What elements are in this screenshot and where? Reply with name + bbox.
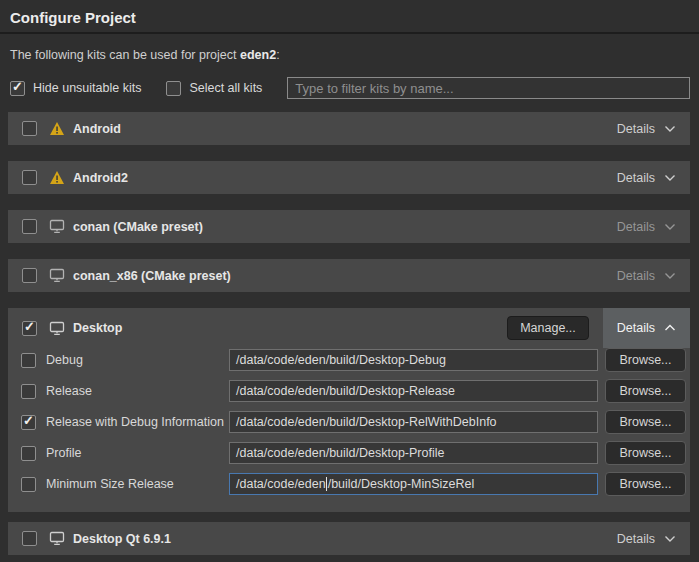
- details-label: Details: [617, 171, 655, 185]
- kit-name: Android2: [73, 171, 128, 185]
- browse-button[interactable]: Browse...: [605, 348, 686, 372]
- build-config-row-debug: Debug /data/code/eden/build/Desktop-Debu…: [8, 348, 686, 372]
- build-config-row-relwithdebinfo: Release with Debug Information /data/cod…: [8, 410, 686, 434]
- subtitle-colon: :: [276, 48, 279, 62]
- configure-project-page: Configure Project The following kits can…: [0, 0, 699, 555]
- config-label: Release with Debug Information: [46, 415, 229, 429]
- build-dir-input-debug[interactable]: /data/code/eden/build/Desktop-Debug: [229, 349, 598, 371]
- chevron-down-icon: [664, 272, 676, 280]
- kit-checkbox[interactable]: [22, 268, 37, 283]
- warning-icon: [48, 170, 65, 186]
- details-button[interactable]: Details: [617, 269, 676, 283]
- kit-checkbox[interactable]: [22, 121, 37, 136]
- details-button[interactable]: Details: [617, 171, 676, 185]
- browse-button[interactable]: Browse...: [605, 472, 686, 496]
- config-label: Debug: [46, 353, 229, 367]
- build-config-row-minsizerel: Minimum Size Release /data/code/eden/bui…: [8, 472, 686, 496]
- kit-checkbox[interactable]: [22, 170, 37, 185]
- kit-checkbox[interactable]: [22, 321, 37, 336]
- details-label: Details: [617, 532, 655, 546]
- chevron-up-icon: [664, 324, 676, 332]
- kit-checkbox[interactable]: [22, 531, 37, 546]
- chevron-down-icon: [664, 223, 676, 231]
- checkbox-checked-icon: [10, 81, 25, 96]
- kit-checkbox[interactable]: [22, 219, 37, 234]
- config-checkbox[interactable]: [21, 477, 36, 492]
- subtitle-text: The following kits can be used for proje…: [10, 48, 240, 62]
- select-all-kits-label: Select all kits: [189, 81, 262, 95]
- select-all-kits-checkbox[interactable]: Select all kits: [166, 81, 262, 96]
- kit-list: Android Details Android2 Details c: [8, 112, 690, 555]
- config-label: Profile: [46, 446, 229, 460]
- hide-unsuitable-kits-label: Hide unsuitable kits: [33, 81, 141, 95]
- kit-filter-input[interactable]: [287, 77, 690, 99]
- kit-row-desktop-qt-691[interactable]: Desktop Qt 6.9.1 Details: [8, 522, 690, 555]
- config-label: Release: [46, 384, 229, 398]
- details-label: Details: [617, 220, 655, 234]
- chevron-down-icon: [664, 125, 676, 133]
- kits-subtitle: The following kits can be used for proje…: [10, 48, 699, 62]
- page-title: Configure Project: [0, 0, 699, 32]
- build-dir-input-relwithdebinfo[interactable]: /data/code/eden/build/Desktop-RelWithDeb…: [229, 411, 598, 433]
- config-checkbox[interactable]: [21, 353, 36, 368]
- warning-icon: [48, 121, 65, 137]
- config-checkbox[interactable]: [21, 446, 36, 461]
- build-dir-input-release[interactable]: /data/code/eden/build/Desktop-Release: [229, 380, 598, 402]
- kit-row-android[interactable]: Android Details: [8, 112, 690, 145]
- project-name: eden2: [240, 48, 276, 62]
- config-checkbox[interactable]: [21, 384, 36, 399]
- details-button[interactable]: Details: [617, 532, 676, 546]
- chevron-down-icon: [664, 535, 676, 543]
- checkbox-unchecked-icon: [166, 81, 181, 96]
- desktop-icon: [48, 268, 65, 284]
- kit-name: conan_x86 (CMake preset): [73, 269, 231, 283]
- desktop-icon: [48, 531, 65, 547]
- build-config-row-profile: Profile /data/code/eden/build/Desktop-Pr…: [8, 441, 686, 465]
- config-checkbox[interactable]: [21, 415, 36, 430]
- kit-name: Desktop: [73, 321, 122, 335]
- kit-name: Desktop Qt 6.9.1: [73, 532, 171, 546]
- config-label: Minimum Size Release: [46, 477, 229, 491]
- chevron-down-icon: [664, 174, 676, 182]
- browse-button[interactable]: Browse...: [605, 410, 686, 434]
- hide-unsuitable-kits-checkbox[interactable]: Hide unsuitable kits: [10, 81, 141, 96]
- desktop-icon: [48, 320, 65, 336]
- path-text-after-caret: /build/Desktop-MinSizeRel: [328, 477, 475, 491]
- details-button[interactable]: Details: [617, 122, 676, 136]
- kit-panel-desktop: Desktop Manage... Details Debug /data/co…: [8, 308, 690, 512]
- build-config-row-release: Release /data/code/eden/build/Desktop-Re…: [8, 379, 686, 403]
- details-button-expanded[interactable]: Details: [603, 308, 690, 348]
- kit-name: conan (CMake preset): [73, 220, 203, 234]
- details-button[interactable]: Details: [617, 220, 676, 234]
- details-label: Details: [617, 122, 655, 136]
- path-text-before-caret: /data/code/eden: [236, 477, 326, 491]
- kit-name: Android: [73, 122, 121, 136]
- build-dir-input-minsizerel-focused[interactable]: /data/code/eden/build/Desktop-MinSizeRel: [229, 473, 598, 495]
- title-divider: [0, 32, 699, 34]
- details-label: Details: [617, 269, 655, 283]
- kit-filter-bar: Hide unsuitable kits Select all kits: [10, 76, 690, 100]
- kit-row-desktop[interactable]: Desktop Manage... Details: [8, 308, 690, 348]
- kit-row-conan-x86[interactable]: conan_x86 (CMake preset) Details: [8, 259, 690, 292]
- manage-kits-button[interactable]: Manage...: [507, 316, 589, 340]
- browse-button[interactable]: Browse...: [605, 441, 686, 465]
- build-dir-input-profile[interactable]: /data/code/eden/build/Desktop-Profile: [229, 442, 598, 464]
- kit-row-android2[interactable]: Android2 Details: [8, 161, 690, 194]
- details-label: Details: [617, 321, 655, 335]
- kit-row-conan[interactable]: conan (CMake preset) Details: [8, 210, 690, 243]
- browse-button[interactable]: Browse...: [605, 379, 686, 403]
- desktop-icon: [48, 219, 65, 235]
